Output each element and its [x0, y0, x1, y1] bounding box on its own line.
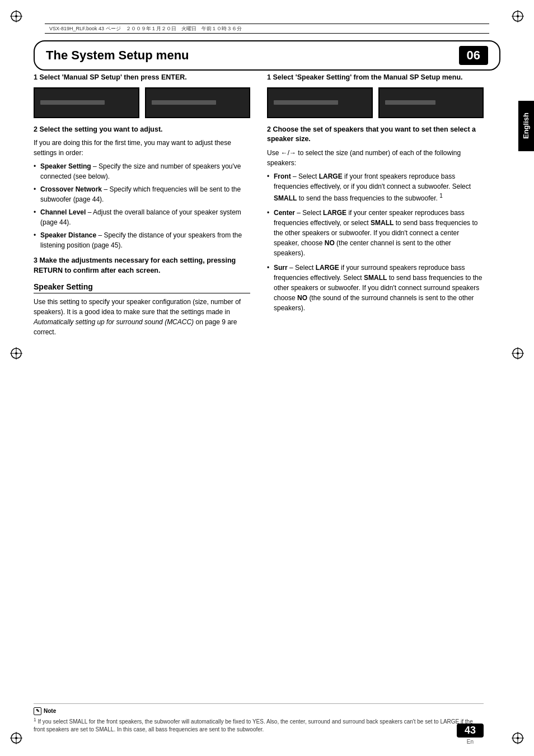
- center-no: NO: [325, 239, 335, 247]
- reg-mark-br: [512, 732, 524, 746]
- reg-mark-bl: [10, 732, 22, 746]
- display-box-right-2: [378, 87, 484, 118]
- page-number-container: 43 En: [457, 724, 484, 745]
- display-bar-2: [152, 100, 216, 105]
- subsection-title: Speaker Setting: [34, 282, 250, 293]
- note-section: ✎ Note 1 If you select SMALL for the fro…: [34, 703, 484, 734]
- bullet-speaker-distance: Speaker Distance – Specify the distance …: [34, 230, 250, 250]
- subsection-text-1: Use this setting to specify your speaker…: [34, 298, 241, 316]
- display-boxes-left: [34, 87, 250, 118]
- bullet-channel-level: Channel Level – Adjust the overall balan…: [34, 207, 250, 227]
- left-step3-heading: 3 Make the adjustments necessary for eac…: [34, 256, 250, 276]
- subsection-body: Use this setting to specify your speaker…: [34, 297, 250, 337]
- note-icon: ✎: [34, 707, 41, 715]
- file-info-text: VSX-819H_RLF.book 43 ページ ２００９年１月２０日 火曜日 …: [49, 25, 242, 32]
- display-box-right-1: [267, 87, 373, 118]
- subsection-italic: Automatically setting up for surround so…: [34, 318, 194, 326]
- reg-mark-ml: [10, 347, 22, 361]
- chapter-number: 06: [459, 46, 488, 65]
- file-info-bar: VSX-819H_RLF.book 43 ページ ２００９年１月２０日 火曜日 …: [45, 24, 489, 34]
- bullet-speaker-setting: Speaker Setting – Specify the size and n…: [34, 161, 250, 181]
- bullet-bold-2: Crossover Network: [40, 185, 102, 193]
- front-large: LARGE: [319, 172, 343, 180]
- left-column: 1 Select 'Manual SP Setup' then press EN…: [34, 73, 250, 337]
- right-column: 1 Select 'Speaker Setting' from the Manu…: [267, 73, 484, 337]
- surr-small: SMALL: [364, 274, 387, 282]
- surr-bold: Surr: [274, 264, 288, 272]
- main-content: 1 Select 'Manual SP Setup' then press EN…: [34, 67, 484, 689]
- display-bar-r1: [274, 100, 338, 105]
- right-step2-body: Use ←/→ to select the size (and number) …: [267, 148, 484, 168]
- chapter-header: The System Setup menu 06: [34, 40, 500, 71]
- bullet-front: Front – Select LARGE if your front speak…: [267, 171, 484, 203]
- note-text: 1 If you select SMALL for the front spea…: [34, 717, 484, 734]
- two-column-layout: 1 Select 'Manual SP Setup' then press EN…: [34, 73, 484, 337]
- bullet-bold-1: Speaker Setting: [40, 162, 91, 170]
- display-box-left-1: [34, 87, 139, 118]
- left-step1-heading: 1 Select 'Manual SP Setup' then press EN…: [34, 73, 250, 83]
- center-text: – Select: [297, 209, 323, 217]
- left-step2-body: If you are doing this for the first time…: [34, 138, 250, 158]
- display-box-left-2: [145, 87, 251, 118]
- front-superscript: 1: [439, 193, 443, 199]
- reg-mark-tr: [512, 10, 524, 24]
- chapter-title: The System Setup menu: [46, 48, 459, 63]
- front-text3: to send the bass frequencies to the subw…: [299, 194, 438, 202]
- reg-mark-mr: [512, 347, 524, 361]
- display-bar-r2: [385, 100, 435, 105]
- right-step1-heading: 1 Select 'Speaker Setting' from the Manu…: [267, 73, 484, 83]
- right-step2-heading: 2 Choose the set of speakers that you wa…: [267, 125, 484, 144]
- front-text: – Select: [293, 172, 319, 180]
- center-small: SMALL: [371, 219, 394, 227]
- left-step2-heading: 2 Select the setting you want to adjust.: [34, 125, 250, 135]
- note-label: Note: [44, 707, 56, 715]
- display-boxes-right: [267, 87, 484, 118]
- bullet-crossover-network: Crossover Network – Specify which freque…: [34, 184, 250, 204]
- bullet-bold-3: Channel Level: [40, 208, 86, 216]
- page-number-box: 43: [457, 724, 484, 738]
- surr-large: LARGE: [316, 264, 339, 272]
- left-bullet-list: Speaker Setting – Specify the size and n…: [34, 161, 250, 250]
- note-content: If you select SMALL for the front speake…: [34, 718, 473, 732]
- front-small: SMALL: [274, 194, 297, 202]
- bullet-bold-4: Speaker Distance: [40, 231, 96, 239]
- center-large: LARGE: [323, 209, 346, 217]
- page-lang: En: [467, 739, 474, 745]
- english-tab: English: [518, 101, 534, 151]
- center-bold: Center: [274, 209, 295, 217]
- display-bar-1: [40, 100, 105, 105]
- bullet-surr: Surr – Select LARGE if your surround spe…: [267, 263, 484, 313]
- front-bold: Front: [274, 172, 291, 180]
- surr-no: NO: [297, 294, 307, 302]
- note-superscript: 1: [34, 717, 36, 722]
- bullet-center: Center – Select LARGE if your center spe…: [267, 208, 484, 258]
- note-header: ✎ Note: [34, 707, 484, 715]
- reg-mark-tl: [10, 10, 22, 24]
- surr-text: – Select: [289, 264, 316, 272]
- right-bullet-list: Front – Select LARGE if your front speak…: [267, 171, 484, 313]
